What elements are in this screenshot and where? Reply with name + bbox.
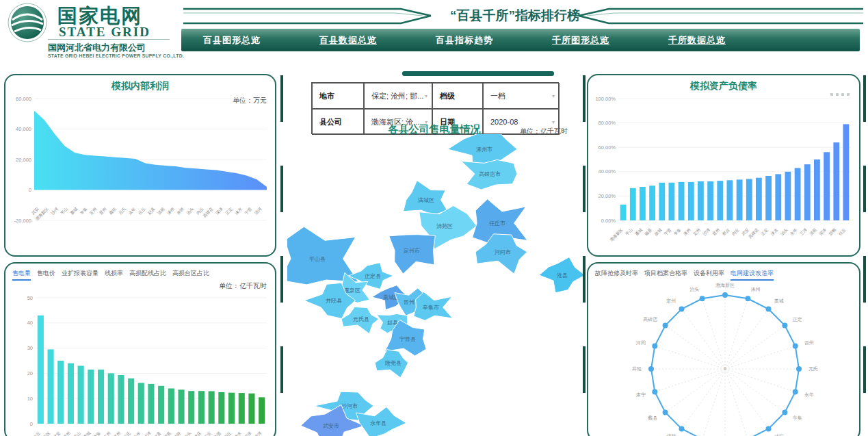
- banner-chevron-left: [183, 3, 434, 27]
- svg-text:40,000: 40,000: [16, 126, 31, 132]
- map-label: 沙河市: [341, 403, 358, 409]
- svg-text:沙河: 沙河: [142, 431, 151, 436]
- svg-text:高碑店: 高碑店: [202, 206, 214, 218]
- logo-divider: [48, 39, 170, 40]
- radar-label: 肃宁: [636, 392, 646, 397]
- svg-text:三河: 三河: [799, 227, 808, 236]
- asset-liability-bar-chart: 100.00%80.00%60.00%40.00%20.00%0.00%渤海新区…: [588, 75, 859, 255]
- map-region-定州市[interactable]: [389, 235, 436, 274]
- svg-text:永年: 永年: [133, 431, 142, 436]
- county-map: 涿州市高碑店市满城区清苑区任丘市河间市沧县定州市平山县正定县鹿泉区井陉县元氏县藁…: [287, 134, 583, 436]
- svg-text:永年: 永年: [789, 227, 798, 236]
- svg-text:宁晋: 宁晋: [663, 227, 672, 237]
- map-label: 武安市: [323, 423, 339, 429]
- svg-text:平山: 平山: [624, 227, 633, 236]
- svg-text:邢台: 邢台: [721, 227, 731, 237]
- svg-text:0: 0: [724, 366, 726, 371]
- svg-text:正定: 正定: [224, 206, 234, 216]
- svg-text:清苑: 清苑: [157, 207, 166, 216]
- filter-grade-select[interactable]: 一档 ▾: [483, 83, 560, 109]
- panel-sales-volume-bars: 售电量售电价业扩报装容量线损率高损配线占比高损台区占比 单位：亿千瓦时 5040…: [4, 262, 276, 436]
- radar-label: 高碑店: [643, 316, 657, 322]
- svg-text:内丘: 内丘: [731, 227, 740, 236]
- map-label: 宁晋县: [399, 336, 416, 342]
- center-tab-indicator: [402, 71, 554, 76]
- svg-text:辛集: 辛集: [93, 431, 102, 436]
- svg-text:井陉: 井陉: [172, 431, 181, 436]
- svg-text:沙河: 沙河: [702, 227, 711, 236]
- svg-text:清苑: 清苑: [163, 431, 172, 436]
- nav-item-3[interactable]: 百县指标趋势: [436, 34, 493, 47]
- svg-text:0: 0: [29, 187, 31, 193]
- chevron-down-icon: ▾: [552, 93, 555, 99]
- radar-label: 涿州: [751, 287, 761, 292]
- svg-text:辛集: 辛集: [79, 207, 88, 216]
- metric-tab-6[interactable]: 高损台区占比: [172, 269, 209, 281]
- filter-grade-value: 一档: [490, 91, 505, 101]
- svg-text:廊坊: 廊坊: [108, 206, 118, 216]
- svg-text:40: 40: [27, 320, 33, 326]
- map-label: 永年县: [370, 420, 386, 426]
- svg-text:深泽: 深泽: [818, 227, 827, 236]
- metric-tab-4[interactable]: 线损率: [105, 269, 123, 281]
- metric-tab-3[interactable]: 业扩报装容量: [62, 269, 98, 281]
- banner-chevron-right: [576, 3, 863, 27]
- filter-city-select[interactable]: 保定; 沧州; 邯... ▾: [364, 83, 432, 109]
- svg-text:晋州: 晋州: [113, 431, 122, 436]
- svg-text:涞水: 涞水: [770, 227, 779, 236]
- svg-text:磁县: 磁县: [644, 227, 653, 236]
- map-label: 隆尧县: [385, 360, 402, 366]
- svg-text:沙河: 沙河: [50, 207, 59, 216]
- radar-label: 定州: [666, 298, 676, 304]
- nav-item-5[interactable]: 千所数据总览: [668, 34, 726, 47]
- map-label: 辛集市: [423, 305, 439, 311]
- panel-simulated-internal-profit: 模拟内部利润 单位：万元 60,00040,00020,0000-20,000武…: [4, 74, 276, 257]
- radar-label: 渤海新区: [715, 282, 735, 288]
- map-label: 河间市: [495, 249, 511, 255]
- svg-text:定州: 定州: [692, 227, 702, 237]
- nav-item-1[interactable]: 百县图形总览: [203, 34, 261, 47]
- svg-text:40.00%: 40.00%: [599, 168, 616, 175]
- svg-text:0.00%: 0.00%: [601, 218, 616, 224]
- map-label: 平山县: [309, 256, 326, 262]
- nav-item-4[interactable]: 千所图形总览: [552, 34, 609, 47]
- svg-text:深泽: 深泽: [215, 206, 224, 215]
- svg-text:元氏: 元氏: [122, 431, 131, 436]
- svg-text:100.00%: 100.00%: [595, 96, 616, 102]
- svg-text:正定: 正定: [202, 431, 212, 436]
- svg-text:清河: 清河: [254, 431, 263, 436]
- svg-text:元氏: 元氏: [118, 206, 127, 215]
- svg-text:泊头: 泊头: [780, 227, 789, 236]
- panel-kpi-radar: 故障抢修及时率项目档案合格率设备利用率电网建设改造率 渤海新区涿州藁城正定晋州元…: [587, 262, 860, 436]
- svg-text:平山: 平山: [60, 206, 68, 215]
- nav-item-2[interactable]: 百县数据总览: [319, 34, 377, 47]
- svg-text:10: 10: [27, 396, 33, 402]
- metric-tab-5[interactable]: 高损配线占比: [129, 269, 166, 281]
- map-label: 高碑店市: [479, 171, 501, 177]
- column-separator: [863, 75, 866, 436]
- map-label: 定州市: [403, 248, 420, 254]
- svg-text:藁城: 藁城: [70, 207, 79, 216]
- metric-tab-1[interactable]: 售电量: [12, 269, 31, 281]
- svg-text:30: 30: [27, 345, 33, 351]
- svg-text:涞水: 涞水: [235, 207, 244, 216]
- svg-text:永年: 永年: [127, 206, 136, 215]
- internal-profit-area-chart: 60,00040,00020,0000-20,000武安渤海新区沙河平山藁城辛集…: [5, 75, 275, 255]
- map-label: 正定县: [365, 273, 381, 279]
- filter-city-label: 地市: [312, 83, 364, 109]
- radar-label: 辛集: [793, 415, 802, 420]
- kpi-radar-chart: 渤海新区涿州藁城正定晋州元氏永年辛集武安沙河柏乡宁晋清苑蠡县肃宁井陉河间高碑店定…: [588, 279, 859, 436]
- svg-text:定州: 定州: [102, 431, 111, 436]
- panel-asset-liability-ratio: 模拟资产负债率 100.00%80.00%60.00%40.00%20.00%0…: [587, 74, 860, 257]
- map-label: 任丘市: [488, 220, 505, 227]
- svg-text:20: 20: [27, 370, 33, 376]
- radar-label: 蠡县: [648, 415, 657, 420]
- banner-title: “百县千所”指标排行榜: [430, 7, 601, 25]
- svg-text:藁城: 藁城: [634, 227, 643, 236]
- svg-text:清河: 清河: [254, 207, 263, 216]
- metric-tab-2[interactable]: 售电价: [37, 269, 55, 281]
- svg-text:50: 50: [27, 295, 33, 301]
- company-name-cn: 国网河北省电力有限公司: [48, 42, 146, 54]
- svg-text:泊头: 泊头: [183, 431, 192, 436]
- svg-text:宁晋: 宁晋: [213, 431, 222, 436]
